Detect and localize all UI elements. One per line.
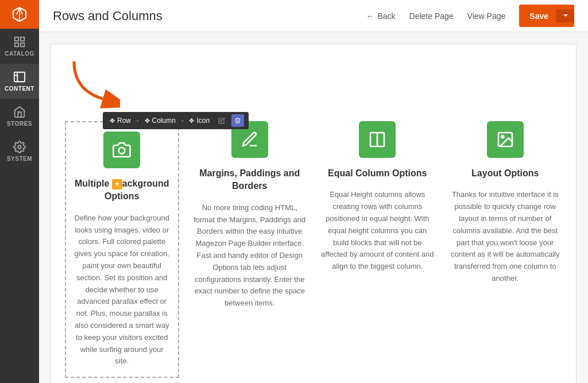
- system-icon: [13, 141, 26, 153]
- stores-label: STORES: [7, 121, 32, 127]
- svg-rect-4: [14, 72, 25, 82]
- sidebar-item-content[interactable]: CONTENT: [0, 64, 39, 99]
- svg-rect-3: [21, 43, 24, 47]
- svg-rect-0: [15, 37, 18, 41]
- svg-rect-1: [21, 37, 24, 41]
- sidebar-item-stores[interactable]: STORES: [0, 99, 39, 134]
- save-label: Save: [529, 11, 556, 21]
- row-label: Row: [117, 117, 131, 125]
- page-title: Rows and Columns: [53, 9, 357, 24]
- page-header: Rows and Columns ← Back Delete Page View…: [39, 0, 588, 32]
- main-area: Rows and Columns ← Back Delete Page View…: [39, 0, 588, 383]
- view-page-link[interactable]: View Page: [467, 11, 506, 21]
- feature-col-multiple-bg: Multiple +ackground Options Define how y…: [65, 121, 179, 378]
- feature-columns: Multiple +ackground Options Define how y…: [65, 58, 562, 378]
- catalog-label: CATALOG: [5, 51, 34, 57]
- logo-button[interactable]: [0, 0, 39, 29]
- feature-title-equal-column: Equal Column Options: [328, 167, 427, 180]
- element-toolbar: ✥ Row • ✥ Column • ✥ Icon: [103, 112, 249, 129]
- svg-point-7: [18, 145, 21, 149]
- columns-icon: [368, 130, 386, 149]
- svg-point-9: [119, 148, 125, 154]
- back-label: Back: [377, 11, 395, 21]
- toolbar-icon-item[interactable]: ✥ Icon: [187, 115, 212, 126]
- arrow-indicator: [63, 56, 120, 115]
- feature-col-margins: Margins, Paddings and Borders No more ti…: [193, 121, 307, 378]
- chevron-down-icon: [563, 14, 568, 18]
- sidebar-item-system[interactable]: SYSTEM: [0, 134, 39, 169]
- page-canvas: ✥ Row • ✥ Column • ✥ Icon: [51, 44, 577, 383]
- trash-icon: [234, 117, 241, 124]
- sidebar: CATALOG CONTENT STORES SYSTEM: [0, 0, 39, 383]
- highlight-badge: +: [112, 179, 122, 189]
- pointer-arrow-icon: [63, 56, 120, 113]
- content-area: ✥ Row • ✥ Column • ✥ Icon: [39, 32, 588, 383]
- feature-title-multiple-bg: Multiple +ackground Options: [73, 177, 171, 203]
- camera-icon: [113, 141, 131, 159]
- toolbar-column-item[interactable]: ✥ Column: [142, 115, 178, 126]
- feature-text-layout: Thanks for intuitive interface it is pos…: [448, 189, 563, 284]
- content-label: CONTENT: [5, 86, 34, 92]
- delete-page-label: Delete Page: [409, 11, 454, 21]
- magento-logo-icon: [11, 6, 28, 22]
- feature-col-layout: Layout Options Thanks for intuitive inte…: [448, 121, 563, 378]
- icon-label: Icon: [196, 117, 210, 125]
- feature-title-layout: Layout Options: [471, 167, 539, 180]
- column-move-icon: ✥: [145, 117, 150, 125]
- row-move-icon: ✥: [110, 117, 115, 125]
- svg-point-13: [501, 136, 504, 138]
- delete-page-link[interactable]: Delete Page: [409, 11, 454, 21]
- save-button[interactable]: Save: [519, 5, 574, 27]
- feature-icon-columns: [359, 121, 396, 158]
- toolbar-row-item[interactable]: ✥ Row: [107, 115, 133, 126]
- sidebar-item-catalog[interactable]: CATALOG: [0, 29, 39, 64]
- feature-icon-image: [487, 121, 524, 158]
- delete-button[interactable]: [231, 114, 244, 127]
- back-arrow-icon: ←: [366, 11, 374, 21]
- image-icon: [496, 130, 514, 149]
- header-actions: ← Back Delete Page View Page Save: [366, 5, 574, 27]
- toolbar-separator-1: •: [137, 118, 139, 124]
- feature-text-multiple-bg: Define how your background looks using i…: [73, 212, 171, 367]
- feature-icon-camera: [103, 131, 140, 168]
- save-dropdown-button[interactable]: [556, 9, 574, 22]
- feature-text-equal-column: Equal Height columns allows creating row…: [320, 189, 435, 273]
- pencil-icon: [241, 130, 259, 149]
- system-label: SYSTEM: [7, 156, 32, 162]
- feature-title-margins: Margins, Paddings and Borders: [193, 167, 307, 193]
- svg-rect-2: [15, 43, 18, 47]
- edit-button[interactable]: [215, 114, 228, 127]
- stores-icon: [13, 106, 26, 118]
- catalog-icon: [13, 36, 26, 48]
- toolbar-separator-2: •: [181, 118, 184, 124]
- feature-col-equal-column: Equal Column Options Equal Height column…: [320, 121, 435, 378]
- icon-move-icon: ✥: [189, 117, 194, 125]
- edit-icon: [218, 117, 225, 124]
- content-icon: [13, 71, 26, 83]
- feature-text-margins: No more tiring coding HTML, format the M…: [193, 202, 307, 310]
- view-page-label: View Page: [467, 11, 506, 21]
- back-link[interactable]: ← Back: [366, 11, 395, 21]
- column-label: Column: [152, 117, 176, 125]
